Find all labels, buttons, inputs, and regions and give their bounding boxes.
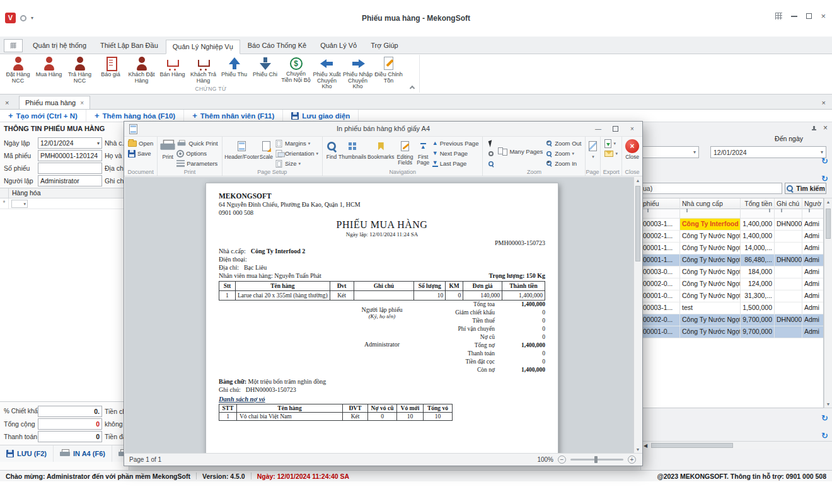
bookmarks-button[interactable]: Bookmarks: [367, 139, 395, 160]
hand-tool-button[interactable]: [485, 149, 497, 158]
scrollbar-thumb[interactable]: [635, 186, 640, 261]
ribbon-item-bao-gia[interactable]: Báo giá: [95, 55, 126, 84]
maximize-button[interactable]: [806, 13, 812, 19]
last-page-button[interactable]: ▼Last Page: [431, 159, 480, 168]
ribbon-item-chuyen-tien-noi-bo[interactable]: Chuyển Tiền Nội Bộ: [280, 55, 311, 84]
first-page-button[interactable]: ▲First Page: [416, 139, 430, 166]
new-row[interactable]: * ▾: [0, 198, 129, 209]
ribbon-item-mua-hang[interactable]: Mua Hàng: [33, 55, 64, 84]
add-employee-button[interactable]: +Thêm nhân viên (F11): [184, 110, 283, 122]
new-row-combo[interactable]: ▾: [11, 200, 28, 208]
skin-selector-icon[interactable]: [775, 13, 782, 20]
close-all-tabs-icon[interactable]: ×: [5, 99, 14, 106]
chiet-khau-input[interactable]: [38, 406, 102, 417]
search-input[interactable]: ua): [641, 183, 782, 194]
ribbon-item-dieu-chinh-ton[interactable]: Điều Chỉnh Tồn: [373, 55, 404, 84]
table-row[interactable]: 00001-0... Công Ty Nước Ngọt ... 9,700,0…: [641, 326, 823, 338]
zoom-out-button[interactable]: −Zoom Out: [544, 139, 582, 148]
so-phieu-input[interactable]: [38, 163, 102, 174]
search-button[interactable]: Tìm kiếm: [785, 183, 826, 194]
thanh-toan-input[interactable]: [38, 431, 102, 442]
column-header-nguoi[interactable]: Ngườ: [802, 198, 823, 209]
ribbon-item-phieu-nhap-chuyen-kho[interactable]: Phiếu Nhập Chuyển Kho: [342, 55, 373, 84]
table-row[interactable]: 00002-1... Công Ty Nước Ngọt ... 1,400,0…: [641, 231, 823, 243]
tab-close-icon[interactable]: ×: [80, 100, 84, 106]
ribbon-tab-quan-ly-vo[interactable]: Quản Lý Vỏ: [314, 39, 363, 54]
grid-filter-row[interactable]: [641, 209, 823, 219]
to-date-combo[interactable]: 12/01/2024▾: [710, 146, 826, 158]
refresh-icon[interactable]: ↻: [821, 175, 828, 183]
vertical-scrollbar[interactable]: ▲ ▼: [824, 198, 832, 408]
minimize-button[interactable]: [791, 16, 797, 17]
panel-close-icon[interactable]: ×: [823, 123, 828, 132]
save-button[interactable]: LƯU (F2): [0, 445, 54, 462]
ribbon-item-khach-dat-hang[interactable]: Khách Đặt Hàng: [126, 55, 157, 84]
save-layout-button[interactable]: Lưu giao diện: [283, 110, 359, 122]
ngay-lap-date-combo[interactable]: 12/01/2024 ▾: [38, 137, 102, 149]
margins-button[interactable]: Margins▾: [274, 139, 320, 148]
scroll-up-icon[interactable]: ▲: [824, 200, 832, 204]
ribbon-item-khach-tra-hang[interactable]: Khách Trả Hàng: [188, 55, 219, 84]
table-row[interactable]: 00003-0... Công Ty Nước Ngọt ... 184,000…: [641, 266, 823, 278]
many-pages-button[interactable]: Many Pages: [497, 147, 544, 156]
ma-phieu-input[interactable]: [38, 150, 102, 161]
horizontal-scrollbar[interactable]: ◀: [641, 441, 832, 449]
previous-page-button[interactable]: ▲Previous Page: [431, 139, 480, 148]
ribbon-item-tra-hang-ncc[interactable]: Trả Hàng NCC: [64, 55, 95, 84]
scale-button[interactable]: Scale: [260, 139, 273, 160]
ribbon-tab-tro-giup[interactable]: Trợ Giúp: [364, 39, 404, 54]
document-tab-phieu-mua-hang[interactable]: Phiếu mua hàng ×: [19, 96, 90, 109]
add-item-button[interactable]: +Thêm hàng hóa (F10): [86, 110, 184, 122]
quick-print-button[interactable]: Quick Print: [175, 139, 219, 148]
pin-icon[interactable]: [811, 126, 817, 132]
editing-fields-button[interactable]: Editing Fields: [395, 139, 414, 166]
table-row[interactable]: 00001-0... Công Ty Nước Ngọt ... 31,300,…: [641, 290, 823, 302]
ribbon-tab-quan-tri-he-thong[interactable]: Quản trị hệ thống: [26, 39, 93, 54]
dialog-minimize-button[interactable]: —: [591, 123, 606, 135]
dialog-maximize-button[interactable]: [608, 123, 623, 135]
preview-vertical-scrollbar[interactable]: ▲ ▼: [633, 177, 642, 453]
orientation-button[interactable]: Orientation▾: [274, 149, 320, 158]
close-button[interactable]: ×: [821, 13, 826, 20]
table-row[interactable]: 00001-1... Công Ty Nước Ngọt ... 14,000,…: [641, 243, 823, 255]
preview-surface[interactable]: MEKONGSOFT 64 Nguyễn Đình Chiểu, Phường …: [125, 177, 642, 453]
zoom-in-button[interactable]: +: [628, 455, 636, 464]
ribbon-tab-bao-cao-thong-ke[interactable]: Báo Cáo Thống Kê: [241, 39, 313, 54]
column-header-ghi-chu[interactable]: Ghi chú: [775, 198, 802, 209]
magnifier-tool-button[interactable]: [485, 159, 497, 168]
print-button[interactable]: Print: [161, 139, 175, 160]
tabbar-close-icon[interactable]: ×: [822, 99, 826, 106]
column-header-tong-tien[interactable]: Tổng tiền: [741, 198, 775, 209]
zoom-in-button[interactable]: +Zoom In: [544, 159, 582, 168]
find-button[interactable]: Find: [326, 139, 337, 160]
ribbon-item-phieu-xuat-chuyen-kho[interactable]: Phiếu Xuất Chuyển Kho: [311, 55, 342, 84]
zoom-slider[interactable]: [570, 459, 623, 461]
nguoi-lap-input[interactable]: [38, 175, 102, 186]
zoom-slider-thumb[interactable]: [594, 456, 598, 463]
page-background-button[interactable]: ▾: [589, 139, 597, 159]
refresh-icon[interactable]: ↻: [821, 415, 828, 422]
refresh-icon[interactable]: ↻: [821, 158, 828, 165]
ribbon-item-phieu-thu[interactable]: Phiếu Thu: [219, 55, 250, 84]
scroll-down-icon[interactable]: ▼: [634, 447, 642, 452]
export-document-button[interactable]: ▾: [603, 139, 619, 148]
close-preview-button[interactable]: ×Close: [625, 139, 639, 160]
table-row[interactable]: 00003-1... test 1,500,000 Admi: [641, 302, 823, 314]
dialog-close-button[interactable]: ×: [625, 123, 640, 135]
zoom-button[interactable]: Zoom▾: [544, 149, 582, 158]
tong-cong-input[interactable]: [38, 418, 102, 430]
ribbon-tab-quan-ly-nghiep-vu[interactable]: Quản Lý Nghiệp Vụ: [166, 40, 240, 54]
application-menu-button[interactable]: [4, 39, 23, 52]
scroll-left-icon[interactable]: ◀: [644, 443, 647, 449]
create-new-button[interactable]: +Tạo mới (Ctrl + N): [0, 110, 86, 122]
column-header-nha-cung-cap[interactable]: Nhà cung cấp: [680, 198, 741, 209]
ribbon-item-ban-hang[interactable]: Bán Hàng: [157, 55, 188, 84]
column-header-phieu[interactable]: phiếu: [641, 198, 680, 209]
table-row[interactable]: 00002-0... Công Ty Nước Ngọt ... 124,000…: [641, 278, 823, 290]
thumbnails-button[interactable]: Thumbnails: [338, 139, 366, 160]
send-email-button[interactable]: ▾: [603, 149, 619, 158]
scroll-down-icon[interactable]: ▼: [824, 402, 832, 406]
pointer-tool-button[interactable]: [485, 139, 497, 148]
size-button[interactable]: Size▾: [274, 159, 320, 168]
options-button[interactable]: Options: [175, 149, 219, 158]
